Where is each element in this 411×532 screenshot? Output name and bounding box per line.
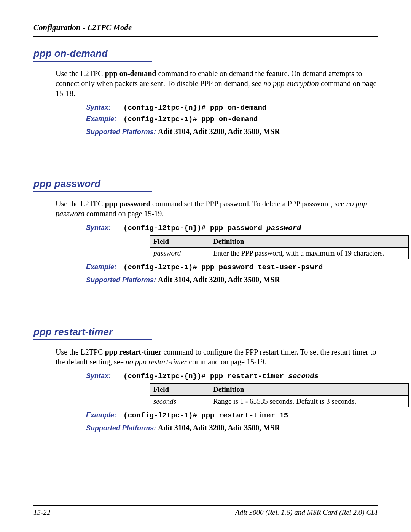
text-segment: command on page 15-19.: [84, 209, 164, 218]
example-line: Example:(config-l2tpc-1)# ppp on-demand: [86, 115, 378, 123]
section-paragraph: Use the L2TPC ppp restart-timer command …: [56, 347, 378, 367]
field-cell: password: [150, 248, 210, 259]
text-segment: (config-l2tpc-{n})# ppp password: [123, 224, 266, 232]
syntax-line-label: Syntax:: [86, 224, 123, 232]
supported-platforms: Supported Platforms: Adit 3104, Adit 320…: [86, 423, 378, 432]
text-segment: ppp on-demand: [105, 69, 156, 78]
supported-platforms: Supported Platforms: Adit 3104, Adit 320…: [86, 275, 378, 284]
example-line: Example:(config-l2tpc-1)# ppp restart-ti…: [86, 411, 378, 420]
example-line-code: (config-l2tpc-1)# ppp password test-user…: [123, 263, 323, 272]
example-line-label: Example:: [86, 411, 123, 419]
syntax-line: Syntax:(config-l2tpc-{n})# ppp password …: [86, 224, 378, 232]
syntax-line-label: Syntax:: [86, 104, 123, 112]
syntax-line-label: Syntax:: [86, 372, 123, 380]
section-paragraph: Use the L2TPC ppp password command set t…: [56, 199, 378, 219]
section-underline: [33, 61, 152, 62]
text-segment: ppp password: [105, 200, 150, 208]
section-title: ppp restart-timer: [33, 326, 113, 338]
syntax-line: Syntax:(config-l2tpc-{n})# ppp restart-t…: [86, 372, 378, 380]
section-underline: [33, 191, 152, 192]
command-section: ppp passwordUse the L2TPC ppp password c…: [33, 178, 378, 284]
supported-label: Supported Platforms:: [86, 128, 158, 136]
section-details: Syntax:(config-l2tpc-{n})# ppp restart-t…: [86, 372, 378, 432]
example-line-code: (config-l2tpc-1)# ppp restart-timer 15: [123, 411, 288, 420]
text-segment: Use the L2TPC: [56, 200, 105, 208]
text-segment: (config-l2tpc-{n})# ppp restart-timer: [123, 372, 288, 380]
supported-label: Supported Platforms:: [86, 276, 158, 284]
field-table-wrap: FieldDefinitionpasswordEnter the PPP pas…: [150, 235, 378, 259]
text-segment: command on page 15-19.: [187, 358, 266, 366]
text-segment: Use the L2TPC: [56, 348, 105, 356]
example-line-code: (config-l2tpc-1)# ppp on-demand: [123, 115, 258, 123]
text-segment: no ppp restart-timer: [126, 358, 187, 366]
section-title: ppp password: [33, 178, 100, 190]
table-row: secondsRange is 1 - 65535 seconds. Defau…: [150, 396, 409, 407]
text-segment: no ppp encryption: [263, 79, 319, 88]
supported-platforms: Supported Platforms: Adit 3104, Adit 320…: [86, 127, 378, 136]
field-table-wrap: FieldDefinitionsecondsRange is 1 - 65535…: [150, 383, 378, 407]
text-segment: (config-l2tpc-{n})# ppp on-demand: [123, 104, 266, 112]
table-header: Definition: [210, 236, 409, 248]
table-header: Field: [150, 384, 210, 396]
example-line: Example:(config-l2tpc-1)# ppp password t…: [86, 263, 378, 272]
text-segment: command set the PPP password. To delete …: [150, 200, 346, 208]
section-details: Syntax:(config-l2tpc-{n})# ppp password …: [86, 224, 378, 284]
section-underline: [33, 339, 152, 340]
text-segment: (config-l2tpc-1)# ppp restart-timer 15: [123, 411, 288, 420]
text-segment: Use the L2TPC: [56, 69, 105, 78]
text-segment: password: [266, 224, 301, 232]
text-segment: (config-l2tpc-1)# ppp on-demand: [123, 115, 258, 123]
table-row: passwordEnter the PPP password, with a m…: [150, 248, 409, 259]
example-line-label: Example:: [86, 115, 123, 123]
text-segment: seconds: [288, 372, 319, 380]
page-footer: 15-22 Adit 3000 (Rel. 1.6) and MSR Card …: [33, 505, 378, 517]
supported-value: Adit 3104, Adit 3200, Adit 3500, MSR: [158, 127, 280, 136]
header-rule: [33, 36, 378, 37]
definition-cell: Range is 1 - 65535 seconds. Default is 3…: [210, 396, 409, 407]
section-body: Use the L2TPC ppp restart-timer command …: [56, 347, 378, 432]
page: Configuration - L2TPC Mode ppp on-demand…: [0, 0, 411, 532]
section-details: Syntax:(config-l2tpc-{n})# ppp on-demand…: [86, 104, 378, 136]
field-definition-table: FieldDefinitionsecondsRange is 1 - 65535…: [150, 383, 409, 407]
page-number: 15-22: [33, 508, 50, 517]
supported-value: Adit 3104, Adit 3200, Adit 3500, MSR: [158, 275, 280, 284]
syntax-line: Syntax:(config-l2tpc-{n})# ppp on-demand: [86, 104, 378, 112]
supported-value: Adit 3104, Adit 3200, Adit 3500, MSR: [158, 423, 280, 432]
field-definition-table: FieldDefinitionpasswordEnter the PPP pas…: [150, 235, 409, 259]
footer-rule: [33, 505, 378, 506]
table-header: Field: [150, 236, 210, 248]
section-title: ppp on-demand: [33, 48, 108, 59]
definition-cell: Enter the PPP password, with a maximum o…: [210, 248, 409, 259]
text-segment: (config-l2tpc-1)# ppp password test-user…: [123, 263, 323, 272]
supported-label: Supported Platforms:: [86, 424, 158, 432]
syntax-line-code: (config-l2tpc-{n})# ppp on-demand: [123, 104, 266, 112]
section-body: Use the L2TPC ppp on-demand command to e…: [56, 69, 378, 136]
command-section: ppp restart-timerUse the L2TPC ppp resta…: [33, 326, 378, 432]
running-head: Configuration - L2TPC Mode: [33, 23, 378, 32]
document-title: Adit 3000 (Rel. 1.6) and MSR Card (Rel 2…: [235, 508, 378, 517]
command-section: ppp on-demandUse the L2TPC ppp on-demand…: [33, 48, 378, 136]
table-header: Definition: [210, 384, 409, 396]
syntax-line-code: (config-l2tpc-{n})# ppp password passwor…: [123, 224, 301, 232]
section-body: Use the L2TPC ppp password command set t…: [56, 199, 378, 284]
syntax-line-code: (config-l2tpc-{n})# ppp restart-timer se…: [123, 372, 319, 380]
text-segment: ppp restart-timer: [105, 348, 161, 356]
example-line-label: Example:: [86, 263, 123, 271]
section-paragraph: Use the L2TPC ppp on-demand command to e…: [56, 69, 378, 98]
field-cell: seconds: [150, 396, 210, 407]
